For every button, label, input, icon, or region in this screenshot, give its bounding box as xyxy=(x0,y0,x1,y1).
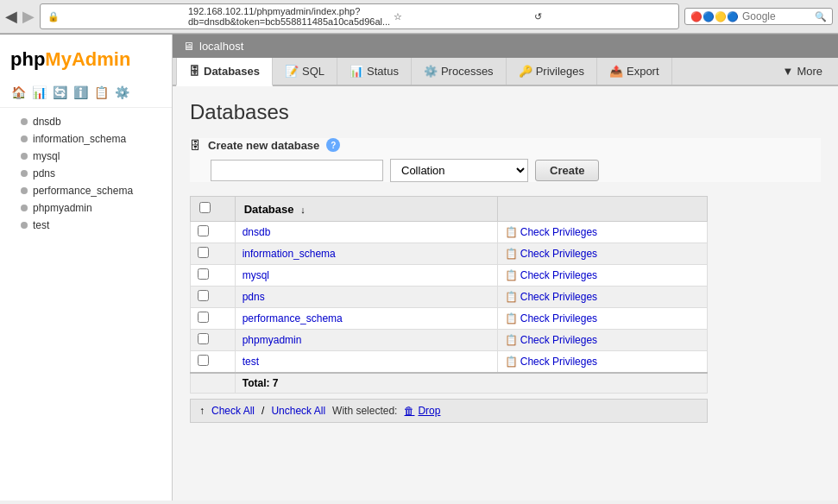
databases-table: Database ↓ dnsdb 📋Check Privileges xyxy=(190,196,708,394)
checkbox-pdns[interactable] xyxy=(198,290,209,301)
db-create-icon: 🗄 xyxy=(190,139,201,152)
database-col-header[interactable]: Database ↓ xyxy=(235,197,497,222)
star-icon[interactable]: ☆ xyxy=(394,11,531,22)
back-button[interactable]: ◀ xyxy=(5,7,17,26)
row-checkbox-pdns xyxy=(191,287,236,308)
sidebar-item-performance-schema[interactable]: performance_schema xyxy=(0,182,172,199)
db-icon-dnsdb xyxy=(21,118,28,125)
page-content-area: Databases 🗄 Create new database ? Collat… xyxy=(173,86,838,437)
db-link-pdns[interactable]: pdns xyxy=(243,291,265,303)
tab-privileges[interactable]: 🔑 Privileges xyxy=(507,58,597,85)
check-priv-icon-dnsdb: 📋 xyxy=(505,226,518,238)
search-icon: 🔍 xyxy=(815,11,827,22)
reload-icon[interactable]: ↺ xyxy=(534,11,671,22)
collation-select[interactable]: Collation xyxy=(390,159,528,182)
sidebar-label-performance-schema: performance_schema xyxy=(33,185,133,197)
db-name-cell-dnsdb: dnsdb xyxy=(235,222,497,243)
home-icon[interactable]: 🏠 xyxy=(10,85,26,100)
db-icon-phpmyadmin xyxy=(21,205,28,211)
page-title: Databases xyxy=(190,100,821,124)
check-priv-performance-schema[interactable]: 📋Check Privileges xyxy=(505,312,700,324)
action-cell-pdns: 📋Check Privileges xyxy=(497,287,707,308)
table-row: test 📋Check Privileges xyxy=(191,351,708,374)
db-link-phpmyadmin[interactable]: phpmyadmin xyxy=(243,334,302,346)
search-input[interactable] xyxy=(742,10,811,22)
checkbox-mysql[interactable] xyxy=(198,268,209,280)
check-priv-test[interactable]: 📋Check Privileges xyxy=(505,356,700,368)
row-checkbox-performance-schema xyxy=(191,308,236,330)
select-all-checkbox[interactable] xyxy=(199,202,211,213)
export-tab-label: Export xyxy=(627,65,659,78)
forward-button[interactable]: ▶ xyxy=(22,7,35,26)
sidebar-item-pdns[interactable]: pdns xyxy=(0,165,172,182)
table-row: information_schema 📋Check Privileges xyxy=(191,243,708,265)
check-priv-icon-pdns: 📋 xyxy=(505,291,518,303)
tab-export[interactable]: 📤 Export xyxy=(597,58,672,85)
check-priv-information-schema[interactable]: 📋Check Privileges xyxy=(505,248,700,260)
check-priv-pdns[interactable]: 📋Check Privileges xyxy=(505,291,700,303)
address-text[interactable]: 192.168.102.11/phpmyadmin/index.php?db=d… xyxy=(188,6,390,27)
sidebar-label-phpmyadmin: phpmyadmin xyxy=(33,202,92,214)
sidebar-label-pdns: pdns xyxy=(33,167,55,180)
total-row: Total: 7 xyxy=(191,373,708,394)
export-tab-icon: 📤 xyxy=(609,65,623,78)
checkbox-performance-schema[interactable] xyxy=(198,312,209,323)
tab-databases[interactable]: 🗄 Databases xyxy=(176,58,273,86)
main-content: 🖥 localhost 🗄 Databases 📝 SQL 📊 Status ⚙… xyxy=(173,35,838,501)
database-col-label: Database xyxy=(244,203,294,216)
db-name-cell-phpmyadmin: phpmyadmin xyxy=(235,330,497,351)
action-cell-phpmyadmin: 📋Check Privileges xyxy=(497,330,707,351)
databases-tab-label: Databases xyxy=(204,65,260,78)
db-icon-pdns xyxy=(21,170,28,177)
create-db-label: Create new database xyxy=(208,139,319,152)
db-name-cell-information-schema: information_schema xyxy=(235,243,497,265)
check-priv-icon-test: 📋 xyxy=(505,356,518,368)
check-priv-icon-information-schema: 📋 xyxy=(505,248,518,260)
table-row: phpmyadmin 📋Check Privileges xyxy=(191,330,708,351)
drop-button[interactable]: 🗑 Drop xyxy=(404,405,440,417)
settings-icon[interactable]: ⚙️ xyxy=(114,85,129,100)
sidebar-item-phpmyadmin[interactable]: phpmyadmin xyxy=(0,199,172,217)
sidebar-label-test: test xyxy=(33,219,49,231)
tab-sql[interactable]: 📝 SQL xyxy=(273,58,337,85)
docs-icon[interactable]: 📋 xyxy=(93,85,109,100)
db-link-dnsdb[interactable]: dnsdb xyxy=(243,226,271,238)
checkbox-information-schema[interactable] xyxy=(198,247,209,258)
db-link-performance-schema[interactable]: performance_schema xyxy=(243,312,343,324)
checkbox-test[interactable] xyxy=(198,355,209,366)
db-link-test[interactable]: test xyxy=(243,356,259,368)
tab-more[interactable]: ▼ More xyxy=(771,58,835,85)
db-icon-performance-schema xyxy=(21,187,28,194)
check-priv-phpmyadmin[interactable]: 📋Check Privileges xyxy=(505,334,700,346)
tab-processes[interactable]: ⚙️ Processes xyxy=(412,58,507,85)
logo-php: php xyxy=(10,48,45,70)
help-icon[interactable]: ? xyxy=(326,138,340,152)
refresh-icon[interactable]: 🔄 xyxy=(52,85,67,100)
check-priv-mysql[interactable]: 📋Check Privileges xyxy=(505,269,700,281)
sidebar-item-dnsdb[interactable]: dnsdb xyxy=(0,113,172,130)
create-db-button[interactable]: Create xyxy=(535,160,599,181)
checkbox-dnsdb[interactable] xyxy=(198,225,209,236)
row-checkbox-test xyxy=(191,351,236,374)
db-icon[interactable]: 📊 xyxy=(31,85,47,100)
tab-status[interactable]: 📊 Status xyxy=(337,58,412,85)
sidebar-item-information-schema[interactable]: information_schema xyxy=(0,130,172,148)
action-cell-mysql: 📋Check Privileges xyxy=(497,265,707,287)
action-cell-performance-schema: 📋Check Privileges xyxy=(497,308,707,330)
db-link-information-schema[interactable]: information_schema xyxy=(243,248,336,260)
check-priv-dnsdb[interactable]: 📋Check Privileges xyxy=(505,226,700,238)
sidebar-item-test[interactable]: test xyxy=(0,217,172,234)
more-tab-icon: ▼ xyxy=(783,65,794,78)
row-checkbox-information-schema xyxy=(191,243,236,265)
table-row: performance_schema 📋Check Privileges xyxy=(191,308,708,330)
db-icon-mysql xyxy=(21,153,28,160)
checkbox-phpmyadmin[interactable] xyxy=(198,333,209,344)
table-row: dnsdb 📋Check Privileges xyxy=(191,222,708,243)
new-db-name-input[interactable] xyxy=(211,160,383,181)
sidebar-item-mysql[interactable]: mysql xyxy=(0,148,172,165)
check-all-link[interactable]: Check All xyxy=(211,405,255,417)
info-icon[interactable]: ℹ️ xyxy=(72,85,88,100)
action-cell-test: 📋Check Privileges xyxy=(497,351,707,374)
uncheck-all-link[interactable]: Uncheck All xyxy=(271,405,325,417)
db-link-mysql[interactable]: mysql xyxy=(243,269,269,281)
